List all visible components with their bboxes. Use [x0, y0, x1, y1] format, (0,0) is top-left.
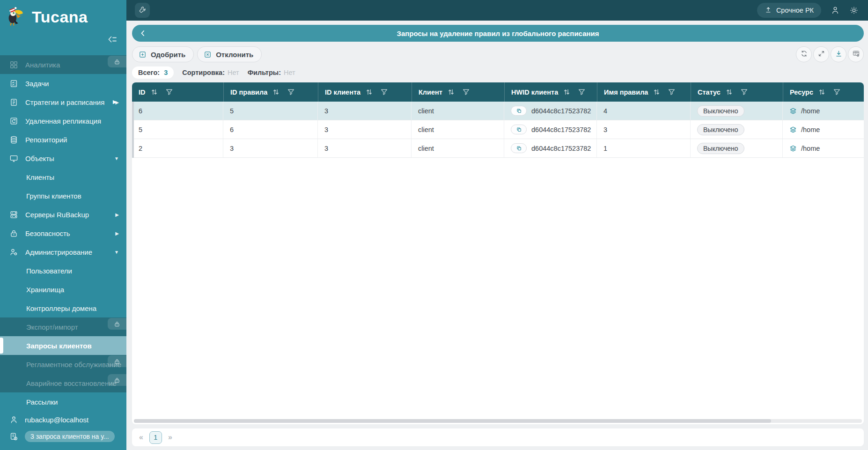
- table-tools: [794, 46, 864, 62]
- sidebar-item-domain-controllers[interactable]: Контроллеры домена: [0, 299, 126, 317]
- sidebar-item-label: Аварийное восстановление: [26, 379, 117, 387]
- column-label: Ресурс: [790, 89, 813, 96]
- column-label: Клиент: [419, 89, 442, 96]
- column-header-resource[interactable]: Ресурс: [783, 82, 864, 102]
- panel-expand-arrow[interactable]: ▶: [113, 99, 117, 105]
- cell-client_id: 3: [318, 139, 412, 157]
- table-row[interactable]: 563clientd6044c8c175237823Выключено/home: [132, 120, 864, 139]
- sidebar-item-scheduled-maintenance[interactable]: Регламентное обслуживание: [0, 355, 126, 374]
- download-button[interactable]: [831, 46, 846, 62]
- sidebar-item-repository[interactable]: Репозиторий: [0, 130, 126, 149]
- sidebar-item-disaster-recovery[interactable]: Аварийное восстановление: [0, 374, 126, 392]
- column-header-status[interactable]: Статус: [691, 82, 783, 102]
- lock-icon: [108, 374, 126, 386]
- user-email: rubackup@localhost: [25, 416, 88, 424]
- table-row[interactable]: 653clientd6044c8c175237824Выключено/home: [132, 102, 864, 120]
- sidebar: Tucana АналитикаЗадачиСтратегии и распис…: [0, 0, 126, 450]
- column-header-client_id[interactable]: ID клиента: [318, 82, 412, 102]
- filter-funnel-icon[interactable]: [578, 88, 586, 96]
- back-button[interactable]: [138, 29, 147, 38]
- sidebar-item-client-requests[interactable]: Запросы клиентов: [0, 336, 126, 355]
- logo-row: Tucana: [0, 0, 126, 29]
- approve-button[interactable]: Одобрить: [132, 46, 194, 62]
- current-page-button[interactable]: 1: [149, 431, 162, 444]
- table-settings-button[interactable]: [848, 46, 864, 62]
- filter-funnel-icon[interactable]: [462, 88, 470, 96]
- sidebar-item-strategies-schedules[interactable]: Стратегии и расписания▶: [0, 93, 126, 111]
- copy-icon[interactable]: [511, 143, 527, 153]
- resource-value: /home: [801, 126, 820, 133]
- sort-icon[interactable]: [563, 88, 571, 96]
- settings-gear-icon[interactable]: [849, 6, 859, 15]
- sidebar-item-client-groups[interactable]: Группы клиентов: [0, 186, 126, 205]
- reject-button[interactable]: Отклонить: [197, 46, 262, 62]
- sort-icon[interactable]: [150, 88, 158, 96]
- profile-icon[interactable]: [831, 6, 840, 15]
- column-label: ID правила: [230, 89, 267, 96]
- sorting-value: Нет: [228, 69, 239, 76]
- filter-funnel-icon[interactable]: [380, 88, 388, 96]
- rubackup-servers-icon: [9, 210, 18, 219]
- last-page-button[interactable]: »: [168, 433, 172, 442]
- sidebar-item-label: Хранилища: [26, 286, 64, 294]
- sidebar-item-label: Серверы RuBackup: [25, 211, 89, 219]
- pagination: « 1 »: [132, 428, 864, 446]
- fullscreen-button[interactable]: [813, 46, 829, 62]
- table-row[interactable]: 233clientd6044c8c175237821Выключено/home: [132, 139, 864, 158]
- sort-icon[interactable]: [447, 88, 455, 96]
- tools-button[interactable]: [135, 3, 150, 18]
- sidebar-item-clients[interactable]: Клиенты: [0, 168, 126, 186]
- collapse-row: [0, 29, 126, 50]
- scrollbar-thumb[interactable]: [134, 419, 771, 423]
- column-header-rule_name[interactable]: Имя правила: [597, 82, 691, 102]
- sorting-label: Сортировка:: [182, 69, 225, 76]
- sidebar-item-tasks[interactable]: Задачи: [0, 74, 126, 93]
- sort-icon[interactable]: [272, 88, 280, 96]
- column-header-rule_id[interactable]: ID правила: [223, 82, 318, 102]
- cell-client_id: 3: [318, 120, 412, 139]
- sidebar-item-storages[interactable]: Хранилища: [0, 280, 126, 299]
- sort-icon[interactable]: [725, 88, 733, 96]
- filter-funnel-icon[interactable]: [833, 88, 841, 96]
- column-label: ID: [139, 89, 146, 96]
- sidebar-user-row[interactable]: rubackup@localhost: [0, 411, 126, 428]
- column-header-client[interactable]: Клиент: [412, 82, 504, 102]
- sidebar-item-analytics[interactable]: Аналитика: [0, 55, 126, 74]
- sidebar-item-label: Экспорт/импорт: [26, 323, 78, 331]
- client-requests-badge: 3 запроса клиентов на у...: [25, 431, 115, 442]
- sidebar-item-label: Администрирование: [25, 248, 92, 256]
- cell-id: 2: [132, 139, 223, 157]
- filter-funnel-icon[interactable]: [740, 88, 748, 96]
- urgent-backup-button[interactable]: Срочное РК: [757, 3, 821, 18]
- cell-rule_name: 1: [597, 139, 691, 157]
- filter-funnel-icon[interactable]: [668, 88, 676, 96]
- repository-icon: [9, 135, 18, 144]
- topbar: Срочное РК: [126, 0, 868, 21]
- filter-funnel-icon[interactable]: [287, 88, 295, 96]
- column-label: Имя правила: [604, 89, 648, 96]
- sidebar-requests-row[interactable]: 3 запроса клиентов на у...: [0, 428, 126, 445]
- copy-icon[interactable]: [511, 125, 527, 134]
- sort-icon[interactable]: [818, 88, 826, 96]
- sidebar-item-security[interactable]: Безопасность▶: [0, 224, 126, 243]
- sidebar-collapse-icon[interactable]: [107, 34, 118, 45]
- sidebar-item-rubackup-servers[interactable]: Серверы RuBackup▶: [0, 205, 126, 224]
- sort-icon[interactable]: [653, 88, 661, 96]
- topbar-right: Срочное РК: [757, 3, 859, 18]
- column-header-id[interactable]: ID: [132, 82, 223, 102]
- copy-icon[interactable]: [511, 106, 527, 116]
- sidebar-item-users[interactable]: Пользователи: [0, 261, 126, 280]
- column-header-hwid[interactable]: HWID клиента: [504, 82, 597, 102]
- sidebar-item-objects[interactable]: Объекты▼: [0, 149, 126, 168]
- sidebar-item-administration[interactable]: Администрирование▼: [0, 243, 126, 261]
- sidebar-item-mailings[interactable]: Рассылки: [0, 392, 126, 411]
- refresh-button[interactable]: [796, 46, 812, 62]
- filter-funnel-icon[interactable]: [165, 88, 173, 96]
- horizontal-scrollbar[interactable]: [134, 419, 862, 423]
- sidebar-item-remote-replication[interactable]: Удаленная репликация: [0, 111, 126, 130]
- sort-icon[interactable]: [365, 88, 373, 96]
- layers-icon: [789, 145, 797, 152]
- first-page-button[interactable]: «: [139, 433, 143, 442]
- sidebar-item-export-import[interactable]: Экспорт/импорт: [0, 317, 126, 336]
- sidebar-item-label: Задачи: [25, 80, 49, 88]
